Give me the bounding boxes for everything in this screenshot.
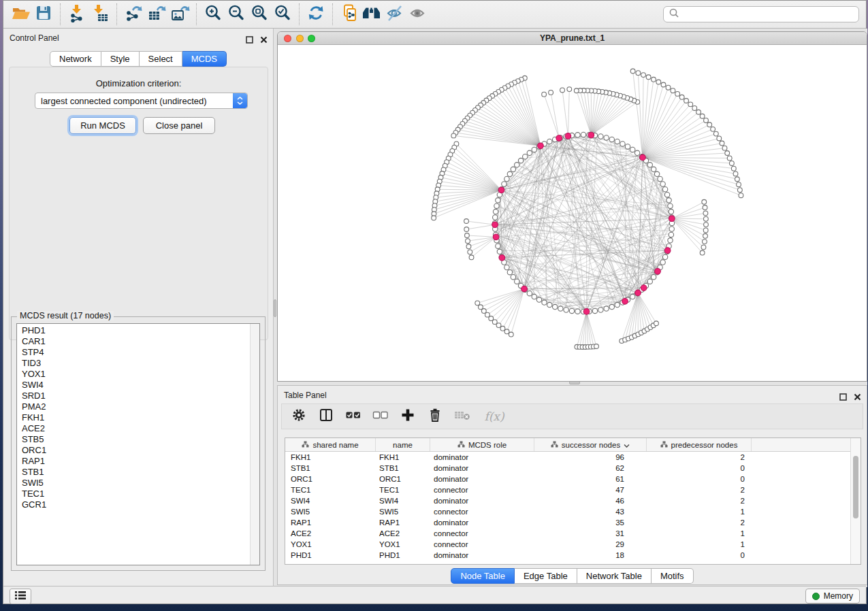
mcds-result-list[interactable]: PHD1CAR1STP4TID3YOX1SWI4SRD1PMA2FKH1ACE2…	[16, 323, 260, 565]
graph-node[interactable]	[656, 80, 661, 84]
graph-node[interactable]	[493, 215, 498, 220]
column-header-shared-name[interactable]: shared name	[285, 438, 376, 451]
graph-node[interactable]	[733, 171, 738, 176]
graph-node[interactable]	[494, 203, 499, 208]
graph-node[interactable]	[700, 114, 705, 118]
table-row[interactable]: RAP1RAP1dominator352	[285, 517, 861, 528]
graph-node[interactable]	[492, 320, 497, 325]
graph-node[interactable]	[523, 154, 528, 159]
graph-node[interactable]	[553, 304, 558, 309]
graph-node[interactable]	[507, 171, 512, 176]
graph-node[interactable]	[662, 187, 667, 192]
graph-node[interactable]	[722, 146, 727, 150]
graph-hub-node[interactable]	[565, 133, 571, 139]
network-canvas[interactable]	[278, 45, 867, 382]
mcds-result-item[interactable]: STB1	[17, 467, 250, 478]
graph-node[interactable]	[704, 118, 709, 123]
graph-node[interactable]	[465, 233, 470, 238]
deselect-all-rows-button[interactable]	[372, 408, 389, 425]
task-history-button[interactable]	[10, 589, 31, 604]
graph-node[interactable]	[630, 294, 635, 299]
graph-node[interactable]	[703, 228, 708, 233]
graph-node[interactable]	[679, 95, 684, 99]
graph-node[interactable]	[654, 171, 659, 176]
graph-hub-node[interactable]	[669, 216, 675, 222]
close-panel-icon[interactable]	[260, 34, 268, 46]
graph-hub-node[interactable]	[538, 143, 544, 149]
graph-node[interactable]	[651, 167, 656, 171]
graph-node[interactable]	[700, 250, 705, 255]
graph-node[interactable]	[574, 88, 579, 93]
graph-node[interactable]	[630, 69, 635, 73]
graph-node[interactable]	[668, 203, 673, 208]
tab-style[interactable]: Style	[101, 51, 140, 67]
scrollbar-thumb[interactable]	[853, 456, 858, 518]
delete-column-button[interactable]	[426, 408, 444, 425]
search-network-button[interactable]	[361, 3, 384, 25]
zoom-selected-button[interactable]	[271, 3, 294, 25]
graph-node[interactable]	[707, 122, 712, 127]
table-row[interactable]: ORC1ORC1dominator610	[285, 474, 861, 484]
graph-node[interactable]	[660, 260, 665, 265]
node-table[interactable]: shared namenameMCDS rolesuccessor nodesp…	[285, 437, 861, 565]
graph-node[interactable]	[518, 158, 523, 163]
search-input[interactable]	[680, 9, 854, 20]
table-row[interactable]: PHD1PHD1dominator180	[285, 550, 861, 561]
tab-select[interactable]: Select	[140, 51, 182, 67]
graph-node[interactable]	[609, 304, 614, 309]
graph-node[interactable]	[532, 147, 536, 152]
graph-hub-node[interactable]	[635, 290, 641, 296]
zoom-out-button[interactable]	[225, 3, 248, 25]
tab-motifs[interactable]: Motifs	[652, 568, 694, 584]
graph-hub-node[interactable]	[588, 132, 594, 138]
graph-node[interactable]	[509, 332, 513, 337]
column-header-name[interactable]: name	[376, 438, 430, 451]
graph-node[interactable]	[592, 308, 597, 313]
graph-node[interactable]	[731, 166, 736, 171]
graph-node[interactable]	[493, 209, 498, 214]
refresh-button[interactable]	[304, 3, 327, 25]
graph-node[interactable]	[615, 139, 620, 144]
graph-node[interactable]	[466, 239, 470, 244]
zoom-fit-button[interactable]	[248, 3, 271, 25]
graph-node[interactable]	[702, 199, 707, 204]
graph-node[interactable]	[464, 227, 469, 232]
export-image-button[interactable]	[168, 3, 191, 25]
graph-hub-node[interactable]	[521, 286, 528, 292]
graph-node[interactable]	[739, 193, 743, 198]
graph-node[interactable]	[634, 150, 639, 155]
table-row[interactable]: TEC1TEC1connector472	[285, 484, 861, 495]
close-panel-icon[interactable]	[854, 391, 861, 403]
mcds-result-item[interactable]: ORC1	[17, 445, 250, 456]
graph-node[interactable]	[711, 127, 716, 131]
graph-node[interactable]	[701, 245, 706, 250]
column-header-MCDS-role[interactable]: MCDS role	[430, 438, 534, 451]
graph-node[interactable]	[504, 265, 509, 269]
graph-node[interactable]	[497, 249, 502, 254]
select-all-rows-button[interactable]	[344, 408, 362, 425]
graph-node[interactable]	[542, 300, 547, 305]
graph-node[interactable]	[669, 227, 674, 231]
graph-node[interactable]	[604, 135, 609, 140]
split-table-view-button[interactable]	[317, 408, 335, 425]
graph-node[interactable]	[735, 177, 739, 182]
graph-node[interactable]	[660, 182, 665, 186]
graph-node[interactable]	[737, 182, 741, 187]
table-row[interactable]: ACE2ACE2connector311	[285, 528, 861, 539]
graph-node[interactable]	[542, 92, 547, 97]
graph-node[interactable]	[625, 144, 630, 149]
export-network-button[interactable]	[122, 3, 145, 25]
graph-node[interactable]	[569, 308, 574, 313]
function-builder-button[interactable]: f(x)	[481, 408, 508, 425]
tab-network[interactable]: Network	[50, 51, 101, 67]
graph-node[interactable]	[604, 306, 609, 311]
graph-node[interactable]	[696, 110, 701, 114]
mcds-result-item[interactable]: TEC1	[17, 489, 250, 499]
graph-node[interactable]	[532, 294, 536, 299]
graph-node[interactable]	[515, 279, 519, 284]
graph-node[interactable]	[609, 137, 614, 142]
graph-node[interactable]	[713, 131, 718, 136]
graph-node[interactable]	[547, 302, 552, 307]
graph-node[interactable]	[432, 216, 436, 220]
optimization-criterion-select[interactable]: largest connected component (undirected)	[35, 93, 248, 109]
